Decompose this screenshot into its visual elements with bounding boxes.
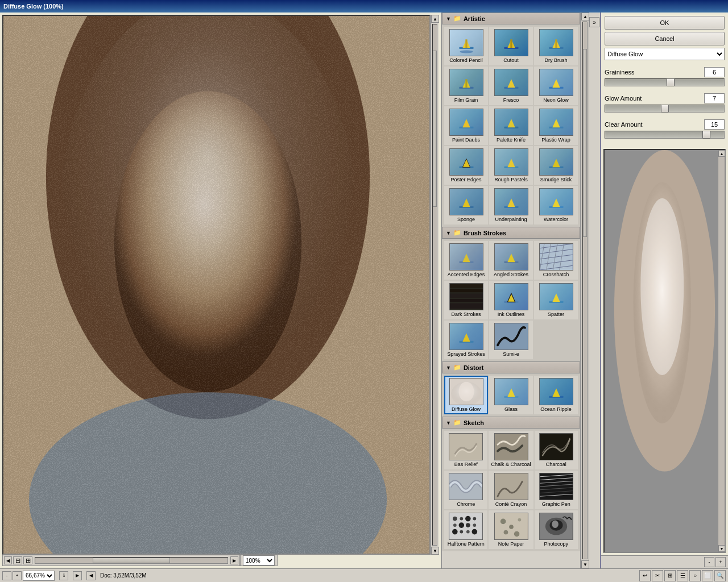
v-scrollbar-thumb[interactable]: [433, 51, 437, 207]
filter-cutout[interactable]: Cutout: [489, 27, 533, 65]
filter-watercolor[interactable]: Watercolor: [534, 186, 578, 225]
zoom-control[interactable]: 100% 66.67% 50% 33.33%: [240, 555, 278, 566]
filter-sprayed-strokes[interactable]: Sprayed Strokes: [444, 321, 488, 359]
filter-dry-brush[interactable]: Dry Brush: [534, 27, 578, 65]
preview-scrollbar[interactable]: ▲ ▼: [718, 150, 725, 552]
zoom-fit-btn[interactable]: ⊟: [13, 556, 22, 564]
preview-scroll-up[interactable]: ▲: [718, 150, 725, 157]
toolbar-icon-7[interactable]: 🔍: [714, 570, 726, 581]
filter-conte-crayon[interactable]: Conté Crayon: [489, 471, 533, 509]
glow-amount-slider[interactable]: [605, 105, 725, 113]
v-scrollbar-track[interactable]: [432, 24, 437, 546]
category-brush-strokes-header[interactable]: ▼ 📁 Brush Strokes: [442, 227, 580, 239]
filter-chalk-charcoal-thumb: [494, 433, 528, 460]
glow-amount-thumb[interactable]: [661, 105, 669, 113]
filter-ocean-ripple[interactable]: Ocean Ripple: [534, 376, 578, 414]
preview-zoom-out-btn[interactable]: -: [704, 557, 714, 567]
filter-charcoal[interactable]: Charcoal: [535, 431, 578, 469]
zoom-select[interactable]: 100% 66.67% 50% 33.33%: [243, 555, 275, 566]
filter-neon-glow[interactable]: Neon Glow: [534, 66, 578, 105]
filter-paint-daubs[interactable]: Paint Daubs: [444, 106, 488, 145]
filter-fresco[interactable]: Fresco: [489, 66, 533, 105]
collapse-arrow-icon[interactable]: »: [589, 17, 599, 27]
filter-scrollbar-track[interactable]: [582, 22, 588, 559]
canvas-area[interactable]: [2, 15, 431, 555]
zoom-in-btn[interactable]: +: [13, 571, 22, 580]
filter-note-paper[interactable]: Note Paper: [489, 510, 533, 549]
filter-ink-outlines[interactable]: Ink Outlines: [489, 281, 533, 319]
toolbar-icon-3[interactable]: ⊞: [664, 570, 676, 581]
filters-scrollbar[interactable]: ▲ ▼: [581, 13, 589, 568]
h-scrollbar-track[interactable]: [35, 557, 228, 564]
clear-amount-thumb[interactable]: [702, 131, 710, 139]
scroll-down-btn[interactable]: ▼: [431, 547, 439, 555]
cancel-button[interactable]: Cancel: [605, 32, 725, 45]
filter-crosshatch[interactable]: Crosshatch: [534, 241, 578, 280]
zoom-fill-btn[interactable]: ⊞: [23, 556, 32, 564]
status-info-btn[interactable]: ℹ: [59, 571, 68, 580]
zoom-out-btn[interactable]: -: [2, 571, 11, 580]
graininess-value[interactable]: [704, 67, 725, 77]
effect-dropdown[interactable]: Diffuse Glow Glass Ocean Ripple: [605, 48, 725, 60]
filter-dark-strokes[interactable]: Dark Strokes: [444, 281, 488, 319]
filter-spatter[interactable]: Spatter: [534, 281, 578, 319]
h-scrollbar-thumb[interactable]: [93, 558, 169, 563]
filter-chrome[interactable]: Chrome: [444, 471, 487, 509]
filter-smudge-stick[interactable]: Smudge Stick: [534, 146, 578, 185]
preview-scroll-track[interactable]: [718, 157, 725, 545]
category-distort-header[interactable]: ▼ 📁 Distort: [442, 361, 580, 373]
toolbar-icon-2[interactable]: ✂: [652, 570, 663, 581]
filter-angled-strokes-label: Angled Strokes: [494, 272, 528, 277]
filter-plastic-wrap[interactable]: Plastic Wrap: [534, 106, 578, 145]
preview-zoom-in-btn[interactable]: +: [715, 557, 726, 567]
scroll-left-btn[interactable]: ◀: [4, 556, 12, 564]
filter-accented-edges[interactable]: Accented Edges: [444, 241, 488, 280]
effect-select[interactable]: Diffuse Glow Glass Ocean Ripple: [605, 48, 725, 60]
filter-scroll-down-btn[interactable]: ▼: [581, 560, 589, 568]
filter-underpainting[interactable]: Underpainting: [489, 186, 533, 225]
filter-bas-relief[interactable]: Bas Relief: [444, 431, 487, 469]
filter-poster-edges[interactable]: Poster Edges: [444, 146, 488, 185]
category-sketch-header[interactable]: ▼ 📁 Sketch: [442, 417, 580, 429]
filter-graphic-pen[interactable]: Graphic Pen: [535, 471, 578, 509]
filter-scroll-up-btn[interactable]: ▲: [581, 13, 589, 20]
filter-diffuse-glow[interactable]: Diffuse Glow: [444, 376, 488, 414]
filter-angled-strokes[interactable]: Angled Strokes: [489, 241, 533, 280]
filter-sponge[interactable]: Sponge: [444, 186, 488, 225]
filter-halftone-pattern[interactable]: Halftone Pattern: [444, 510, 487, 549]
filter-colored-pencil[interactable]: Colored Pencil: [444, 27, 488, 65]
ok-button[interactable]: OK: [605, 16, 725, 30]
status-nav-btn[interactable]: ▶: [73, 571, 82, 580]
filter-photocopy-label: Photocopy: [544, 541, 568, 547]
canvas-v-scrollbar[interactable]: ▲ ▼: [431, 15, 439, 555]
status-zoom-select[interactable]: 66,67% 100% 50%: [23, 571, 55, 581]
preview-scroll-down[interactable]: ▼: [718, 545, 725, 552]
glow-amount-value[interactable]: [704, 93, 725, 103]
filter-photocopy[interactable]: Photocopy: [535, 510, 578, 549]
graininess-slider[interactable]: [605, 78, 725, 86]
filters-panel[interactable]: ▼ 📁 Artistic: [441, 13, 581, 568]
collapse-panel-btn[interactable]: »: [589, 13, 600, 568]
toolbar-icon-6[interactable]: ⬜: [702, 570, 713, 581]
clear-amount-slider[interactable]: [605, 131, 725, 139]
filter-film-grain[interactable]: Film Grain: [444, 66, 488, 105]
toolbar-icon-1[interactable]: ↩: [639, 570, 651, 581]
filter-poster-edges-thumb: [449, 148, 483, 176]
scroll-right-btn[interactable]: ▶: [230, 556, 238, 564]
filter-sumi-e[interactable]: Sumi-e: [489, 321, 533, 359]
filter-chalk-charcoal[interactable]: Chalk & Charcoal: [489, 431, 533, 469]
svg-marker-42: [462, 253, 470, 262]
category-artistic-header[interactable]: ▼ 📁 Artistic: [442, 13, 580, 24]
svg-point-70: [458, 382, 474, 402]
status-nav-left-btn[interactable]: ◀: [86, 571, 96, 580]
clear-amount-value[interactable]: [704, 119, 725, 130]
filter-glass[interactable]: Glass: [489, 376, 533, 414]
graininess-thumb[interactable]: [667, 78, 675, 86]
filter-rough-pastels[interactable]: Rough Pastels: [489, 146, 533, 185]
filter-scrollbar-thumb[interactable]: [583, 49, 587, 236]
toolbar-icon-4[interactable]: ☰: [677, 570, 688, 581]
filter-glass-thumb: [494, 378, 528, 405]
toolbar-icon-5[interactable]: ○: [689, 570, 701, 581]
filter-palette-knife[interactable]: Palette Knife: [489, 106, 533, 145]
scroll-up-btn[interactable]: ▲: [431, 15, 439, 23]
